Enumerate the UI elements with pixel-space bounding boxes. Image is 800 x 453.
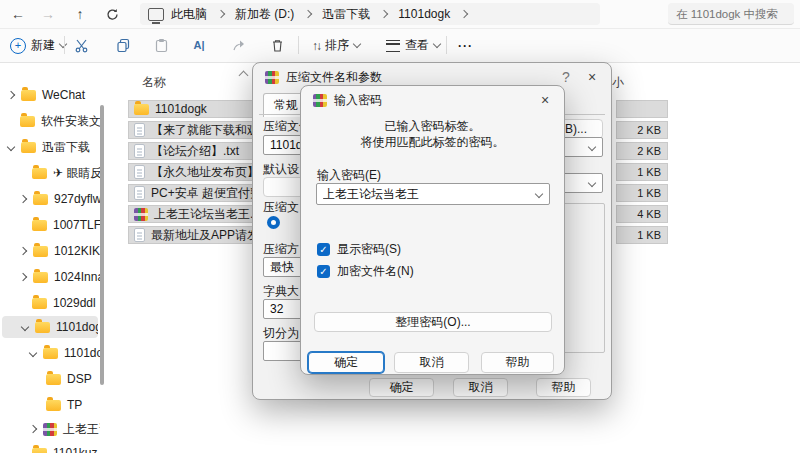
- folder-icon: [21, 90, 36, 101]
- plus-icon: +: [10, 38, 26, 54]
- password-help-button[interactable]: 帮助: [481, 352, 554, 373]
- password-cancel-button[interactable]: 取消: [394, 352, 469, 373]
- encrypt-filenames-label: 加密文件名(N): [337, 263, 414, 280]
- back-button[interactable]: ←: [6, 3, 30, 25]
- password-label: 输入密码(E): [317, 167, 381, 184]
- sidebar-item-wechat[interactable]: WeChat: [0, 84, 100, 106]
- chevron-right-icon: [19, 195, 27, 203]
- sidebar-item-1024inna[interactable]: 1024Inna: [0, 266, 100, 288]
- more-options-button[interactable]: ···: [452, 33, 479, 58]
- view-button[interactable]: 查看: [380, 33, 446, 58]
- password-dialog-titlebar: 输入密码: [301, 86, 564, 114]
- password-dialog: 输入密码 × 已输入密码标签。 将使用匹配此标签的密码。 输入密码(E) ✓ 显…: [300, 85, 565, 375]
- sidebar-item-1101dog[interactable]: 1101dog: [0, 342, 100, 364]
- help-icon[interactable]: ?: [555, 67, 577, 87]
- sidebar-item-1101dogk-selected[interactable]: 1101dogk: [2, 316, 98, 338]
- text-file-icon: [134, 144, 145, 158]
- sidebar-item-1007tlf[interactable]: 1007TLF: [0, 214, 100, 236]
- forward-button[interactable]: →: [36, 3, 60, 25]
- breadcrumb-this-pc[interactable]: 此电脑: [168, 6, 210, 23]
- chevron-right-icon: [380, 10, 388, 18]
- toolbar-divider: [298, 36, 299, 54]
- text-file-icon: [134, 123, 145, 137]
- file-name: 1101dogk: [155, 102, 207, 116]
- sidebar-item-eye-contrast[interactable]: ✈ 眼睛反差: [0, 162, 100, 184]
- toolbar: + 新建 A| ↑↓ 排序 查看: [0, 29, 800, 63]
- breadcrumb-current[interactable]: 1101dogk: [395, 7, 453, 21]
- refresh-icon[interactable]: [100, 3, 124, 25]
- archive-help-button[interactable]: 帮助: [536, 378, 591, 397]
- folder-icon: [32, 448, 47, 453]
- chevron-down-icon: [588, 143, 596, 151]
- column-header-name[interactable]: 名称: [142, 74, 166, 91]
- sidebar-item-1029ddl[interactable]: 1029ddl: [0, 292, 100, 314]
- sort-arrows-icon: ↑↓: [312, 39, 320, 53]
- compression-method-label: 压缩方: [263, 241, 299, 258]
- encrypt-filenames-checkbox[interactable]: ✓ 加密文件名(N): [317, 263, 414, 280]
- chevron-down-icon: [588, 179, 596, 187]
- folder-icon: [32, 168, 47, 179]
- rar-icon: [43, 423, 57, 436]
- folder-icon: [21, 142, 36, 153]
- folder-icon: [134, 104, 149, 115]
- chevron-right-icon: [19, 247, 27, 255]
- rename-icon[interactable]: A|: [188, 35, 210, 55]
- close-icon[interactable]: ×: [534, 90, 556, 110]
- file-size: 1 KB: [616, 184, 668, 202]
- chevron-down-icon: [59, 40, 67, 48]
- dictionary-size-label: 字典大: [263, 283, 299, 300]
- file-size: 1 KB: [616, 163, 668, 181]
- password-combobox[interactable]: [316, 183, 550, 205]
- rar-format-radio[interactable]: [267, 216, 280, 229]
- sidebar-item-tp[interactable]: TP: [0, 394, 100, 416]
- chevron-right-icon: [19, 273, 27, 281]
- sidebar-scrollbar[interactable]: [100, 105, 104, 385]
- password-input[interactable]: [317, 187, 536, 201]
- breadcrumb-drive-d[interactable]: 新加卷 (D:): [232, 6, 297, 23]
- paste-icon[interactable]: [150, 35, 172, 55]
- folder-icon: [33, 272, 48, 283]
- delete-icon[interactable]: [266, 35, 288, 55]
- sidebar-item-927dyflw[interactable]: 927dyflw(1: [0, 188, 100, 210]
- sidebar-item-thunder-downloads[interactable]: 迅雷下载: [0, 136, 100, 158]
- chevron-right-icon: [29, 425, 37, 433]
- password-ok-button[interactable]: 确定: [308, 352, 384, 373]
- archive-format-label: 压缩文: [263, 199, 299, 216]
- file-size: 2 KB: [616, 121, 668, 139]
- text-file-icon: [134, 228, 145, 242]
- copy-icon[interactable]: [112, 35, 134, 55]
- share-icon[interactable]: [228, 35, 250, 55]
- sidebar-item-dsp[interactable]: DSP: [0, 368, 100, 390]
- sort-button[interactable]: ↑↓ 排序: [306, 33, 366, 58]
- sidebar-item-laowang-archive[interactable]: 上老王论坛: [0, 418, 100, 440]
- sidebar-item-1012kik[interactable]: 1012KIK: [0, 240, 100, 262]
- file-size: 1 KB: [616, 226, 668, 244]
- archive-dialog-title: 压缩文件名和参数: [286, 69, 382, 86]
- folder-icon: [33, 194, 48, 205]
- breadcrumb: 此电脑 新加卷 (D:) 迅雷下载 1101dogk: [140, 3, 600, 25]
- chevron-right-icon: [460, 10, 468, 18]
- folder-icon: [32, 298, 47, 309]
- organize-passwords-button[interactable]: 整理密码(O)...: [314, 312, 552, 332]
- archive-ok-button[interactable]: 确定: [369, 378, 434, 397]
- chevron-down-icon: [29, 349, 37, 357]
- password-info-line2: 将使用匹配此标签的密码。: [301, 134, 564, 151]
- chevron-down-icon: [7, 143, 15, 151]
- search-input[interactable]: [668, 3, 794, 25]
- profile-label: 默认设: [263, 161, 299, 178]
- close-icon[interactable]: ×: [581, 67, 603, 87]
- folder-icon: [43, 348, 58, 359]
- new-button-label: 新建: [31, 37, 55, 54]
- password-dialog-title: 输入密码: [334, 92, 382, 109]
- checked-checkbox-icon: ✓: [317, 243, 330, 256]
- up-button[interactable]: ↑: [68, 3, 92, 25]
- chevron-down-icon: [535, 190, 543, 198]
- sidebar-item-1101kuz[interactable]: 1101kuz: [0, 442, 100, 453]
- show-password-checkbox[interactable]: ✓ 显示密码(S): [317, 241, 401, 258]
- cut-icon[interactable]: [70, 35, 92, 55]
- new-button[interactable]: + 新建: [4, 33, 72, 58]
- sort-ascending-icon: [239, 71, 249, 81]
- archive-cancel-button[interactable]: 取消: [453, 378, 508, 397]
- sidebar-item-software[interactable]: 软件安装文件: [0, 110, 100, 132]
- breadcrumb-thunder[interactable]: 迅雷下载: [319, 6, 373, 23]
